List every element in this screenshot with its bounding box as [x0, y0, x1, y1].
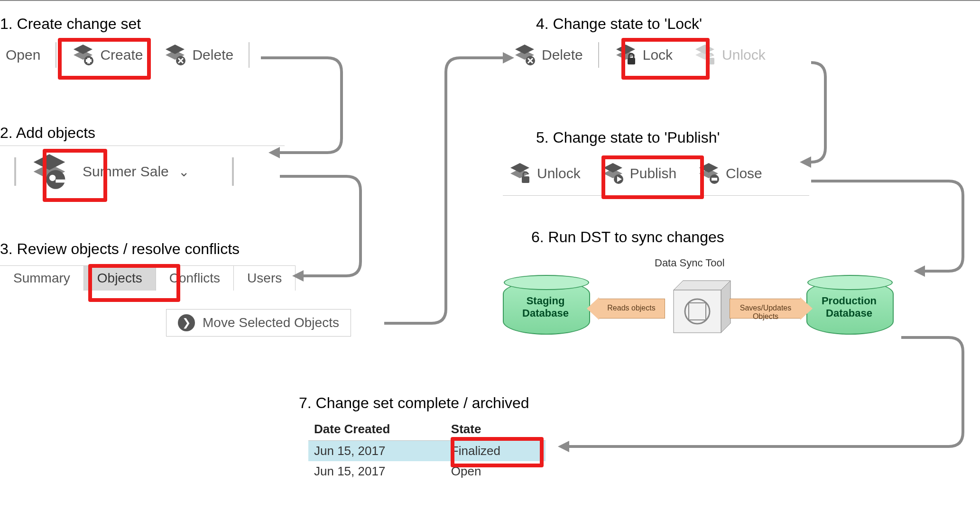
chevron-right-circle-icon: ❯ [178, 314, 195, 331]
svg-rect-4 [86, 59, 92, 62]
step7-title: 7. Change set complete / archived [299, 394, 529, 412]
svg-rect-35 [674, 290, 721, 333]
reads-label: Reads objects [598, 304, 665, 312]
stack-key-icon [30, 153, 68, 191]
step2-row: Summer Sale ⌄ [14, 153, 234, 191]
cell-date: Jun 15, 2017 [308, 444, 451, 458]
stack-minus-icon [697, 162, 720, 185]
staging-db-label: Staging Database [503, 295, 588, 320]
divider [249, 42, 250, 68]
svg-marker-43 [558, 441, 569, 452]
lock-label: Lock [643, 47, 673, 63]
unlock-label: Unlock [722, 47, 766, 63]
flow-arrow-2-3 [275, 172, 370, 281]
svg-marker-38 [268, 147, 280, 158]
step5-toolbar: Unlock Publish Close [503, 157, 809, 196]
divider [598, 42, 599, 68]
svg-rect-32 [712, 178, 717, 181]
svg-point-11 [49, 175, 55, 181]
col-state-header: State [451, 422, 545, 437]
delete-label-4: Delete [542, 47, 583, 63]
dst-box [664, 276, 735, 337]
stack-unlock-icon [508, 162, 531, 185]
table-row[interactable]: Jun 15, 2017 Open [308, 461, 545, 482]
changeset-table: Date Created State Jun 15, 2017 Finalize… [308, 418, 545, 482]
svg-marker-34 [721, 281, 730, 333]
svg-rect-12 [55, 180, 65, 183]
svg-rect-21 [707, 58, 714, 64]
col-date-header: Date Created [308, 422, 451, 437]
stack-plus-icon [72, 44, 94, 66]
changeset-selected: Summer Sale [83, 164, 169, 180]
publish-label: Publish [630, 165, 676, 182]
svg-marker-42 [914, 265, 925, 277]
saves-arrow: Saves/Updates Objects [730, 299, 802, 319]
unlock-button-5[interactable]: Unlock [503, 160, 586, 187]
stack-lock-icon [614, 44, 637, 66]
stack-x-icon [164, 44, 186, 66]
staging-db: Staging Database [503, 281, 588, 335]
dst-title: Data Sync Tool [655, 257, 725, 269]
flow-arrow-5-6 [806, 176, 977, 281]
stack-x-icon [513, 44, 536, 66]
tab-objects[interactable]: Objects [84, 266, 156, 291]
divider [55, 42, 56, 68]
divider [232, 157, 234, 186]
flow-arrow-3-4 [379, 48, 522, 333]
move-selected-label: Move Selected Objects [203, 315, 339, 330]
table-row[interactable]: Jun 15, 2017 Finalized [308, 441, 545, 461]
production-db: Production Database [806, 281, 892, 335]
lock-button[interactable]: Lock [609, 42, 678, 68]
svg-marker-33 [674, 281, 730, 290]
tab-conflicts[interactable]: Conflicts [156, 266, 234, 291]
step4-title: 4. Change state to 'Lock' [536, 15, 702, 33]
cell-state: Open [451, 464, 545, 479]
create-label: Create [100, 47, 143, 63]
svg-point-10 [46, 170, 65, 189]
delete-button[interactable]: Delete [158, 42, 239, 68]
cell-date: Jun 15, 2017 [308, 464, 451, 479]
stack-play-icon [601, 162, 624, 185]
open-label: Open [6, 47, 40, 63]
step1-toolbar: Open Create Delete [0, 39, 259, 77]
delete-label: Delete [192, 47, 233, 63]
unlock-label-5: Unlock [537, 165, 581, 182]
flow-arrow-1-2 [256, 48, 351, 157]
chevron-down-icon: ⌄ [178, 164, 189, 180]
publish-button[interactable]: Publish [596, 160, 682, 187]
unlock-button-disabled: Unlock [688, 42, 771, 68]
step6-title: 6. Run DST to sync changes [531, 228, 724, 246]
saves-label: Saves/Updates Objects [730, 304, 801, 321]
divider [14, 157, 16, 186]
svg-rect-18 [628, 58, 635, 64]
close-label: Close [726, 165, 762, 182]
step3-title: 3. Review objects / resolve conflicts [0, 240, 240, 258]
stack-unlock-icon [693, 44, 716, 66]
step1-title: 1. Create change set [0, 15, 141, 33]
step2-rule [0, 146, 285, 146]
step5-title: 5. Change state to 'Publish' [536, 129, 720, 146]
tab-summary[interactable]: Summary [0, 266, 84, 291]
production-db-label: Production Database [806, 295, 892, 320]
step2-title: 2. Add objects [0, 124, 95, 142]
flow-arrow-6-7 [550, 333, 977, 456]
cell-state: Finalized [451, 444, 545, 458]
open-button[interactable]: Open [0, 45, 46, 65]
move-selected-button[interactable]: ❯ Move Selected Objects [166, 309, 351, 337]
close-button[interactable]: Close [692, 160, 768, 187]
svg-rect-24 [522, 176, 529, 183]
reads-arrow: Reads objects [598, 299, 665, 319]
changeset-dropdown[interactable]: Summer Sale ⌄ [83, 164, 189, 180]
step3-tabs: Summary Objects Conflicts Users [0, 265, 296, 291]
step4-toolbar: Delete Lock Unlock [508, 39, 823, 77]
delete-button-4[interactable]: Delete [508, 42, 589, 68]
create-button[interactable]: Create [66, 42, 148, 68]
tab-users[interactable]: Users [234, 266, 296, 291]
